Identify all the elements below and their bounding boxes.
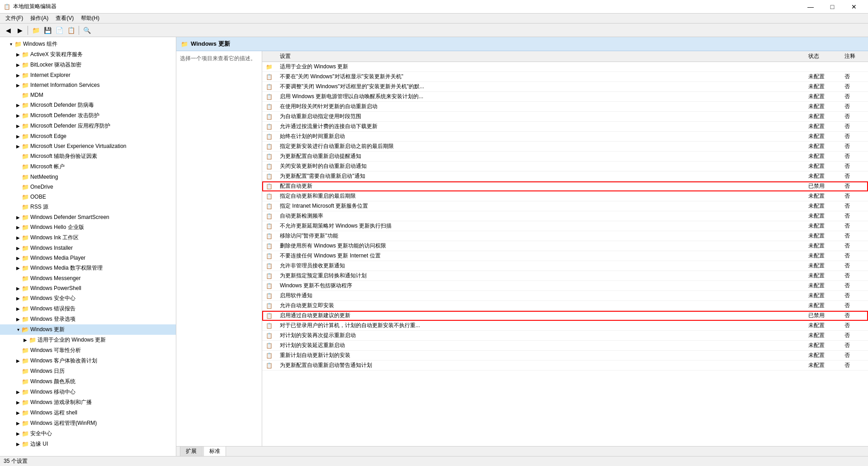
sidebar-item-win-mobile[interactable]: ▶ 📁 Windows 移动中心 xyxy=(0,387,176,397)
expand-icon[interactable] xyxy=(14,347,22,354)
table-row[interactable]: 📋配置自动更新已禁用否 xyxy=(262,181,868,191)
expand-icon[interactable] xyxy=(14,173,22,181)
sidebar-item-win-update[interactable]: ▾ 📂 Windows 更新 xyxy=(0,324,176,335)
sidebar-item-win-powershell[interactable]: ▶ 📁 Windows PowerShell xyxy=(0,283,176,293)
table-row[interactable]: 📋指定 Intranet Microsoft 更新服务位置未配置否 xyxy=(262,201,868,211)
expand-icon[interactable]: ▶ xyxy=(14,265,22,272)
table-row[interactable]: 📋为更新配置自动重新启动提醒通知未配置否 xyxy=(262,152,868,162)
sidebar-item-ms-account[interactable]: 📁 Microsoft 帐户 xyxy=(0,162,176,172)
sidebar-item-security-center[interactable]: ▶ 📁 安全中心 xyxy=(0,428,176,439)
expand-icon[interactable] xyxy=(14,163,22,171)
sidebar-item-ms-edge[interactable]: ▶ 📁 Microsoft Edge xyxy=(0,131,176,141)
expand-icon[interactable]: ▶ xyxy=(14,389,22,396)
expand-icon[interactable]: ▶ xyxy=(14,214,22,221)
expand-icon[interactable]: ▶ xyxy=(14,357,22,365)
col-status-header[interactable]: 状态 xyxy=(805,51,841,62)
expand-icon[interactable]: ▶ xyxy=(14,430,22,437)
expand-icon[interactable]: ▶ xyxy=(14,112,22,119)
sidebar-item-win-ink[interactable]: ▶ 📁 Windows Ink 工作区 xyxy=(0,233,176,243)
expand-icon[interactable]: ▶ xyxy=(14,254,22,262)
table-row[interactable]: 📋允许自动更新立即安装未配置否 xyxy=(262,301,868,311)
expand-icon[interactable]: ▶ xyxy=(14,244,22,252)
sidebar-item-netmeeting[interactable]: 📁 NetMeeting xyxy=(0,172,176,182)
sidebar-item-mdm[interactable]: 📁 MDM xyxy=(0,90,176,100)
table-row[interactable]: 📋启用通过自动更新建议的更新已禁用否 xyxy=(262,311,868,321)
table-row[interactable]: 📋为更新指定预定重启转换和通知计划未配置否 xyxy=(262,271,868,281)
tab-扩展[interactable]: 扩展 xyxy=(180,446,203,456)
table-row[interactable]: 📁适用于企业的 Windows 更新 xyxy=(262,62,868,72)
expand-icon[interactable] xyxy=(14,378,22,385)
table-row[interactable]: 📋移除访问"暂停更新"功能未配置否 xyxy=(262,231,868,241)
sidebar-item-win-logon[interactable]: ▶ 📁 Windows 登录选项 xyxy=(0,314,176,324)
expand-icon[interactable]: ▶ xyxy=(14,102,22,109)
expand-icon[interactable]: ▶ xyxy=(22,337,29,344)
expand-icon[interactable]: ▾ xyxy=(14,326,22,333)
sidebar-item-bitlocker[interactable]: ▶ 📁 BitLocker 驱动器加密 xyxy=(0,60,176,70)
expand-icon[interactable]: ▶ xyxy=(14,285,22,292)
expand-icon[interactable]: ▶ xyxy=(14,62,22,69)
menu-view[interactable]: 查看(V) xyxy=(52,14,77,23)
minimize-button[interactable]: — xyxy=(800,0,821,14)
expand-icon[interactable] xyxy=(14,193,22,200)
tab-标准[interactable]: 标准 xyxy=(203,446,226,456)
expand-icon[interactable]: ▶ xyxy=(14,399,22,406)
sidebar-item-win-media-drm[interactable]: ▶ 📁 Windows Media 数字权限管理 xyxy=(0,263,176,273)
menu-file[interactable]: 文件(F) xyxy=(2,14,27,23)
expand-icon[interactable] xyxy=(14,204,22,211)
menu-help[interactable]: 帮助(H) xyxy=(77,14,103,23)
table-row[interactable]: 📋启用软件通知未配置否 xyxy=(262,291,868,301)
toolbar-copy[interactable]: 📄 xyxy=(54,25,65,36)
table-row[interactable]: 📋指定更新安装进行自动重新启动之前的最后期限未配置否 xyxy=(262,142,868,152)
table-row[interactable]: 📋重新计划自动更新计划的安装未配置否 xyxy=(262,351,868,361)
sidebar-item-win-media[interactable]: ▶ 📁 Windows Media Player xyxy=(0,253,176,263)
sidebar-item-win-security-center[interactable]: ▶ 📁 Windows 安全中心 xyxy=(0,293,176,304)
col-name-header[interactable]: 设置 xyxy=(276,51,805,62)
expand-icon[interactable]: ▶ xyxy=(14,409,22,417)
toolbar-forward[interactable]: ▶ xyxy=(14,25,25,36)
sidebar-item-defender-av[interactable]: ▶ 📁 Microsoft Defender 防病毒 xyxy=(0,100,176,110)
table-row[interactable]: 📋对计划的安装延迟重新启动未配置否 xyxy=(262,341,868,351)
sidebar-item-win-messenger[interactable]: 📁 Windows Messenger xyxy=(0,273,176,283)
table-row[interactable]: 📋Windows 更新不包括驱动程序未配置否 xyxy=(262,281,868,291)
expand-icon[interactable]: ▶ xyxy=(14,295,22,302)
close-button[interactable]: ✕ xyxy=(844,0,864,14)
sidebar-item-iis[interactable]: ▶ 📁 Internet Information Services xyxy=(0,80,176,90)
expand-icon[interactable] xyxy=(14,183,22,190)
sidebar-item-win-hello[interactable]: ▶ 📁 Windows Hello 企业版 xyxy=(0,222,176,233)
table-row[interactable]: 📋不要在"关闭 Windows"对话框显示"安装更新并关机"未配置否 xyxy=(262,72,868,82)
table-row[interactable]: 📋不要连接任何 Windows 更新 Internet 位置未配置否 xyxy=(262,251,868,261)
sidebar-item-rss[interactable]: 📁 RSS 源 xyxy=(0,202,176,212)
sidebar-item-onedrive[interactable]: 📁 OneDrive xyxy=(0,182,176,192)
table-row[interactable]: 📋不要调整"关闭 Windows"对话框里的"安装更新并关机"的默...未配置否 xyxy=(262,82,868,92)
sidebar-item-defender-app[interactable]: ▶ 📁 Microsoft Defender 应用程序防护 xyxy=(0,121,176,131)
toolbar-open[interactable]: 📁 xyxy=(30,25,41,36)
table-row[interactable]: 📋启用 Windows 更新电源管理以自动唤醒系统来安装计划的...未配置否 xyxy=(262,92,868,102)
table-row[interactable]: 📋对于已登录用户的计算机，计划的自动更新安装不执行重...未配置否 xyxy=(262,321,868,331)
sidebar-item-win-error[interactable]: ▶ 📁 Windows 错误报告 xyxy=(0,304,176,314)
table-row[interactable]: 📋关闭安装更新时的自动重新启动通知未配置否 xyxy=(262,162,868,171)
col-note-header[interactable]: 注释 xyxy=(841,51,868,62)
sidebar-item-ms-auth[interactable]: 📁 Microsoft 辅助身份验证因素 xyxy=(0,151,176,162)
sidebar-item-win-rm[interactable]: ▶ 📁 Windows 远程管理(WinRM) xyxy=(0,418,176,428)
expand-icon[interactable] xyxy=(14,153,22,160)
sidebar-item-oobe[interactable]: 📁 OOBE xyxy=(0,192,176,202)
table-row[interactable]: 📋允许通过按流量计费的连接自动下载更新未配置否 xyxy=(262,122,868,132)
sidebar-item-win-color[interactable]: 📁 Windows 颜色系统 xyxy=(0,376,176,387)
table-row[interactable]: 📋为更新配置"需要自动重新启动"通知未配置否 xyxy=(262,171,868,181)
table-row[interactable]: 📋始终在计划的时间重新启动未配置否 xyxy=(262,132,868,142)
expand-icon[interactable]: ▶ xyxy=(14,51,22,58)
expand-icon[interactable]: ▶ xyxy=(14,143,22,150)
table-row[interactable]: 📋删除使用所有 Windows 更新功能的访问权限未配置否 xyxy=(262,241,868,251)
table-row[interactable]: 📋允许非管理员接收更新通知未配置否 xyxy=(262,261,868,271)
expand-icon[interactable]: ▶ xyxy=(14,234,22,242)
expand-icon[interactable]: ▶ xyxy=(14,305,22,313)
expand-icon[interactable]: ▶ xyxy=(14,123,22,130)
toolbar-back[interactable]: ◀ xyxy=(3,25,14,36)
table-row[interactable]: 📋自动更新检测频率未配置否 xyxy=(262,211,868,221)
sidebar-item-ie[interactable]: ▶ 📁 Internet Explorer xyxy=(0,70,176,80)
table-pane[interactable]: 设置 状态 注释 📁适用于企业的 Windows 更新📋不要在"关闭 Windo… xyxy=(262,51,868,446)
expand-icon[interactable]: ▶ xyxy=(14,133,22,140)
sidebar-item-win-calendar[interactable]: 📁 Windows 日历 xyxy=(0,366,176,376)
maximize-button[interactable]: □ xyxy=(822,0,843,14)
table-row[interactable]: 📋在使用时段关闭针对更新的自动重新启动未配置否 xyxy=(262,102,868,112)
